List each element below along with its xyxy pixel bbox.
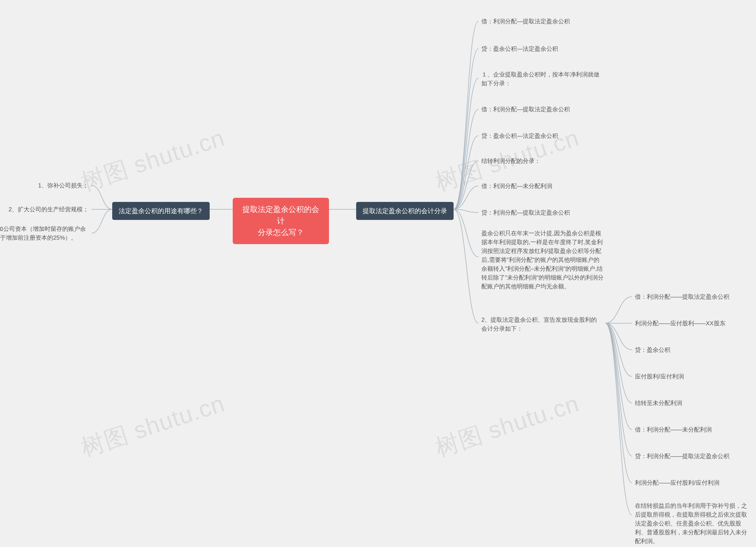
right-leaf-4[interactable]: 借：利润分配—提取法定盈余公积 <box>481 105 570 114</box>
left-leaf-3[interactable]: 3、增加公司资本（增加时留存的账户余额不低于增加前注册资本的25%）。 <box>0 224 89 242</box>
sub-leaf-8[interactable]: 利润分配——应付股利/应付利润 <box>635 478 719 487</box>
connector-lines <box>0 0 756 547</box>
sub-leaf-1[interactable]: 借：利润分配——提取法定盈余公积 <box>635 292 729 301</box>
sub-leaf-2[interactable]: 利润分配——应付股利——XX股东 <box>635 319 726 328</box>
mindmap-canvas: 树图 shutu.cn 树图 shutu.cn 树图 shutu.cn 树图 s… <box>0 0 756 547</box>
left-leaf-1[interactable]: 1、弥补公司损失； <box>18 181 89 190</box>
sub-leaf-9[interactable]: 在结转损益后的当年利润用于弥补亏损，之后提取所得税，在提取所得税之后依次提取法定… <box>635 501 752 546</box>
watermark: 树图 shutu.cn <box>77 122 229 198</box>
watermark: 树图 shutu.cn <box>77 387 229 464</box>
sub-leaf-3[interactable]: 贷：盈余公积 <box>635 345 670 354</box>
root-node[interactable]: 提取法定盈余公积的会计 分录怎么写？ <box>233 198 329 244</box>
left-branch-node[interactable]: 法定盈余公积的用途有哪些？ <box>112 202 210 220</box>
root-line1: 提取法定盈余公积的会计 <box>241 204 321 227</box>
sub-leaf-5[interactable]: 结转至未分配利润 <box>635 398 682 407</box>
right-leaf-3[interactable]: １、企业提取盈余公积时，按本年净利润就做如下分录： <box>481 70 602 88</box>
watermark: 树图 shutu.cn <box>431 387 583 464</box>
root-line2: 分录怎么写？ <box>241 227 321 238</box>
right-branch-node[interactable]: 提取法定盈余公积的会计分录 <box>356 202 454 220</box>
right-leaf-10[interactable]: 2、提取法定盈余公积、宣告发放现金股利的会计分录如下： <box>481 315 602 333</box>
sub-leaf-6[interactable]: 借：利润分配——未分配利润 <box>635 425 712 434</box>
right-leaf-8[interactable]: 贷：利润分配—提取法定盈余公积 <box>481 208 570 217</box>
sub-leaf-4[interactable]: 应付股利/应付利润 <box>635 372 684 381</box>
sub-leaf-7[interactable]: 贷：利润分配——提取法定盈余公积 <box>635 452 729 460</box>
right-leaf-5[interactable]: 贷：盈余公积—法定盈余公积 <box>481 131 558 140</box>
right-leaf-9[interactable]: 盈余公积只在年末一次计提,因为盈余公积是根据本年利润提取的,一样是在年度终了时,… <box>481 229 604 291</box>
right-leaf-1[interactable]: 借：利润分配—提取法定盈余公积 <box>481 17 570 26</box>
left-leaf-2[interactable]: 2、扩大公司的生产经营规模； <box>0 205 89 214</box>
right-leaf-2[interactable]: 贷：盈余公积—法定盈余公积 <box>481 44 558 53</box>
right-leaf-7[interactable]: 借：利润分配—未分配利润 <box>481 182 552 191</box>
right-leaf-6[interactable]: 结转利润分配的分录： <box>481 157 540 165</box>
